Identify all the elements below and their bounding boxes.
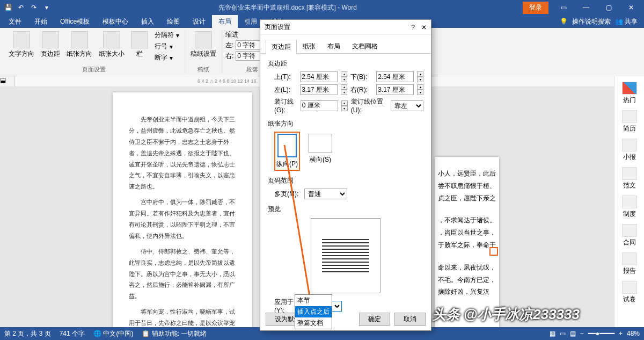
qat-dropdown-icon[interactable]: ▾ [41, 2, 53, 13]
zoom-level[interactable]: 48% [627, 330, 640, 337]
sidepanel-resume[interactable]: 简历 [617, 108, 642, 135]
minimize-icon[interactable]: — [575, 0, 597, 15]
linenum-button[interactable]: 行号 ▾ [152, 41, 181, 52]
tab-home[interactable]: 开始 [28, 15, 54, 28]
tab-design[interactable]: 设计 [186, 15, 212, 28]
sidepanel-system[interactable]: 制度 [617, 193, 642, 221]
sidepanel-contract[interactable]: 合同 [617, 222, 642, 249]
section-margin-title: 页边距 [268, 59, 423, 68]
tab-tplcenter[interactable]: 模板中心 [96, 15, 135, 28]
margin-right-input[interactable] [376, 84, 414, 95]
window-title: 先帝创业未半而中道崩殂.docx [兼容模式] - Word [53, 3, 523, 12]
dialog-tab-margin[interactable]: 页边距 [266, 40, 297, 54]
gutter-input[interactable] [301, 100, 338, 111]
tellme-icon: 💡 [560, 18, 568, 25]
status-words[interactable]: 741 个字 [60, 329, 85, 338]
group-label-pagesetup: 页面设置 [6, 66, 181, 74]
ruler-corner[interactable]: ⬓ [0, 76, 15, 86]
status-a11y[interactable]: 📋 辅助功能: 一切就绪 [142, 329, 207, 338]
margin-left-input[interactable] [300, 84, 338, 95]
indent-title: 缩进 [225, 30, 262, 39]
dialog-title: 页面设置 [265, 23, 290, 32]
page-setup-dialog: 页面设置 ? ✕ 页边距 纸张 布局 文档网格 页边距 上(T): ▴▾ 下(B… [260, 19, 431, 331]
close-icon[interactable]: ✕ [620, 0, 642, 15]
template-sidepanel: 热门 简历 小报 范文 制度 合同 报告 试卷 [614, 76, 644, 327]
tab-insert[interactable]: 插入 [135, 15, 160, 28]
tab-layout[interactable]: 布局 [212, 15, 238, 28]
ok-button[interactable]: 确定 [359, 313, 390, 326]
indent-left-input[interactable] [236, 40, 262, 50]
status-lang[interactable]: 🌐 中文(中国) [93, 329, 133, 338]
page-1: 先帝创业未半而中道崩殂，今天下三分，益州疲弊，此诚危急存亡之秋也。然侍卫之臣不懈… [113, 92, 252, 327]
tellme-search[interactable]: 操作说明搜索 [572, 17, 611, 26]
section-preview-title: 预览 [268, 205, 423, 214]
manuscript-button[interactable]: 稿纸设置 [188, 30, 218, 60]
margins-button[interactable]: 页边距 [39, 30, 62, 60]
text-direction-button[interactable]: 文字方向 [6, 30, 36, 60]
tab-officetpl[interactable]: Office模板 [54, 15, 96, 28]
tab-draw[interactable]: 绘图 [160, 15, 186, 28]
orientation-portrait-button[interactable]: 纵向(P) [274, 132, 300, 171]
zoom-in-icon[interactable]: + [619, 330, 623, 337]
maximize-icon[interactable]: ▢ [598, 0, 619, 15]
watermark-text: 头条 @小手冰凉233333 [432, 305, 580, 324]
orientation-landscape-button[interactable]: 横向(S) [306, 132, 334, 171]
applyto-option-afterpoint[interactable]: 插入点之后 [295, 306, 332, 317]
group-label-manuscript: 稿纸 [188, 66, 218, 74]
status-page[interactable]: 第 2 页，共 3 页 [4, 329, 51, 338]
columns-button[interactable]: 栏 [129, 30, 150, 60]
undo-icon[interactable]: ↶ [15, 2, 27, 13]
login-button[interactable]: 登录 [523, 2, 548, 14]
view-web-icon[interactable]: ▤ [570, 330, 576, 337]
orientation-button[interactable]: 纸张方向 [64, 30, 94, 60]
preview-box [311, 218, 380, 293]
zoom-out-icon[interactable]: − [580, 330, 584, 337]
share-button[interactable]: 共享 [625, 18, 638, 25]
dialog-tab-grid[interactable]: 文档网格 [346, 39, 384, 53]
dialog-tab-layout[interactable]: 布局 [321, 39, 346, 53]
margin-top-input[interactable] [300, 71, 338, 82]
applyto-dropdown: 本节 插入点之后 整篇文档 [295, 294, 332, 329]
applyto-option-section[interactable]: 本节 [295, 295, 332, 306]
sidepanel-exam[interactable]: 试卷 [617, 279, 642, 306]
zoom-slider[interactable]: ━━●━━━━ [588, 330, 614, 337]
save-icon[interactable]: 💾 [2, 2, 14, 13]
view-print-icon[interactable]: ▦ [550, 330, 555, 337]
sidepanel-hot[interactable]: 热门 [617, 79, 642, 107]
multipage-select[interactable]: 普通 [304, 189, 347, 199]
dialog-help-icon[interactable]: ? [411, 24, 415, 31]
sidepanel-report[interactable]: 报告 [617, 250, 642, 278]
sidepanel-sample[interactable]: 范文 [617, 165, 642, 192]
cancel-button[interactable]: 取消 [394, 313, 426, 326]
redo-icon[interactable]: ↷ [28, 2, 40, 13]
view-read-icon[interactable]: ▭ [560, 330, 566, 337]
margin-bottom-input[interactable] [376, 71, 414, 82]
section-range-title: 页码范围 [268, 176, 423, 185]
breaks-button[interactable]: 分隔符 ▾ [152, 30, 181, 40]
sidepanel-news[interactable]: 小报 [617, 136, 642, 164]
ribbon-options-icon[interactable]: ▭ [553, 0, 574, 15]
page-2: 小人，远贤臣，此后尝不叹息痛恨于桓、贞之臣，愿陛下亲之 ，不求闻达于诸侯。，咨臣… [435, 157, 499, 327]
gutter-position-select[interactable]: 靠左 [391, 100, 423, 111]
dialog-close-icon[interactable]: ✕ [421, 24, 427, 31]
applyto-option-wholedoc[interactable]: 整篇文档 [295, 317, 332, 329]
hyphen-button[interactable]: 断字 ▾ [152, 53, 181, 63]
dialog-tab-paper[interactable]: 纸张 [297, 39, 321, 53]
section-orient-title: 纸张方向 [268, 119, 423, 128]
size-button[interactable]: 纸张大小 [97, 30, 127, 60]
tab-file[interactable]: 文件 [2, 15, 28, 28]
indent-right-input[interactable] [236, 51, 262, 61]
